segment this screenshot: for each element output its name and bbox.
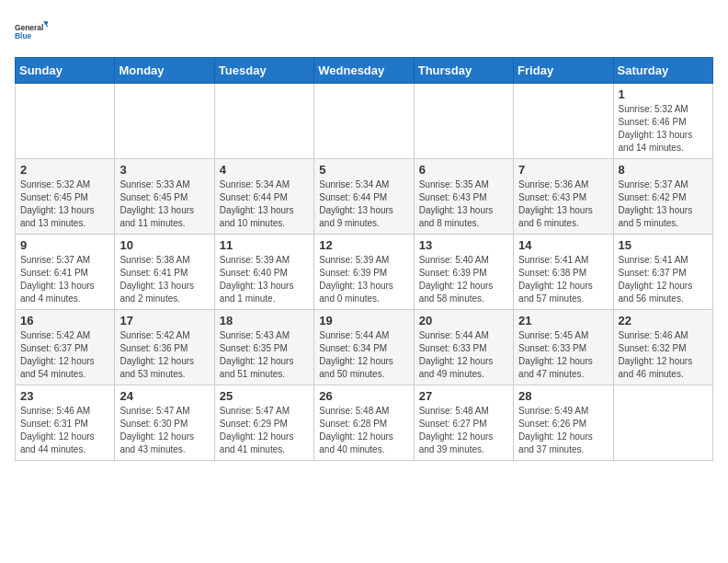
calendar-cell (414, 84, 513, 159)
day-number: 25 (220, 389, 309, 403)
weekday-header-monday: Monday (115, 58, 214, 84)
weekday-header-wednesday: Wednesday (314, 58, 414, 84)
week-row-2: 2Sunrise: 5:32 AM Sunset: 6:45 PM Daylig… (16, 159, 713, 235)
calendar-cell: 10Sunrise: 5:38 AM Sunset: 6:41 PM Dayli… (115, 235, 214, 310)
day-number: 3 (119, 163, 209, 177)
day-info: Sunrise: 5:47 AM Sunset: 6:29 PM Dayligh… (220, 405, 309, 456)
day-info: Sunrise: 5:43 AM Sunset: 6:35 PM Dayligh… (220, 329, 309, 381)
day-info: Sunrise: 5:46 AM Sunset: 6:32 PM Dayligh… (619, 329, 708, 381)
day-number: 8 (619, 163, 708, 177)
day-info: Sunrise: 5:41 AM Sunset: 6:38 PM Dayligh… (518, 254, 608, 305)
calendar-cell: 22Sunrise: 5:46 AM Sunset: 6:32 PM Dayli… (613, 310, 712, 385)
day-number: 7 (518, 163, 608, 177)
calendar-cell: 14Sunrise: 5:41 AM Sunset: 6:38 PM Dayli… (514, 235, 613, 310)
day-number: 9 (20, 238, 109, 252)
calendar-cell: 13Sunrise: 5:40 AM Sunset: 6:39 PM Dayli… (414, 235, 513, 310)
calendar-cell: 11Sunrise: 5:39 AM Sunset: 6:40 PM Dayli… (214, 235, 313, 310)
day-info: Sunrise: 5:40 AM Sunset: 6:39 PM Dayligh… (419, 254, 508, 305)
day-number: 16 (20, 314, 109, 327)
day-number: 18 (220, 314, 309, 327)
day-number: 28 (518, 389, 608, 403)
day-info: Sunrise: 5:34 AM Sunset: 6:44 PM Dayligh… (220, 178, 309, 230)
calendar-cell (314, 84, 414, 159)
day-info: Sunrise: 5:38 AM Sunset: 6:41 PM Dayligh… (119, 254, 209, 305)
calendar-cell: 9Sunrise: 5:37 AM Sunset: 6:41 PM Daylig… (16, 235, 115, 310)
day-number: 13 (419, 238, 508, 252)
header: General Blue (15, 15, 713, 48)
day-info: Sunrise: 5:44 AM Sunset: 6:33 PM Dayligh… (419, 329, 508, 381)
day-info: Sunrise: 5:49 AM Sunset: 6:26 PM Dayligh… (518, 405, 608, 456)
day-number: 21 (518, 314, 608, 327)
day-number: 11 (220, 238, 309, 252)
calendar-cell: 5Sunrise: 5:34 AM Sunset: 6:44 PM Daylig… (314, 159, 414, 235)
day-info: Sunrise: 5:48 AM Sunset: 6:27 PM Dayligh… (419, 405, 508, 456)
calendar-cell: 23Sunrise: 5:46 AM Sunset: 6:31 PM Dayli… (16, 385, 115, 461)
calendar-cell (613, 385, 712, 461)
day-info: Sunrise: 5:39 AM Sunset: 6:39 PM Dayligh… (319, 254, 408, 305)
day-info: Sunrise: 5:46 AM Sunset: 6:31 PM Dayligh… (20, 405, 109, 456)
day-number: 12 (319, 238, 408, 252)
day-info: Sunrise: 5:48 AM Sunset: 6:28 PM Dayligh… (319, 405, 408, 456)
calendar-cell: 18Sunrise: 5:43 AM Sunset: 6:35 PM Dayli… (214, 310, 313, 385)
calendar-cell: 1Sunrise: 5:32 AM Sunset: 6:46 PM Daylig… (613, 84, 712, 159)
day-number: 20 (419, 314, 508, 327)
calendar-cell: 2Sunrise: 5:32 AM Sunset: 6:45 PM Daylig… (16, 159, 115, 235)
day-info: Sunrise: 5:37 AM Sunset: 6:41 PM Dayligh… (20, 254, 109, 305)
week-row-3: 9Sunrise: 5:37 AM Sunset: 6:41 PM Daylig… (16, 235, 713, 310)
day-number: 15 (619, 238, 708, 252)
day-info: Sunrise: 5:32 AM Sunset: 6:45 PM Dayligh… (20, 178, 109, 230)
calendar-cell (16, 84, 115, 159)
day-info: Sunrise: 5:47 AM Sunset: 6:30 PM Dayligh… (119, 405, 209, 456)
day-info: Sunrise: 5:45 AM Sunset: 6:33 PM Dayligh… (518, 329, 608, 381)
day-number: 27 (419, 389, 508, 403)
calendar-cell: 19Sunrise: 5:44 AM Sunset: 6:34 PM Dayli… (314, 310, 414, 385)
calendar-cell: 15Sunrise: 5:41 AM Sunset: 6:37 PM Dayli… (613, 235, 712, 310)
calendar-cell: 16Sunrise: 5:42 AM Sunset: 6:37 PM Dayli… (16, 310, 115, 385)
day-number: 23 (20, 389, 109, 403)
day-info: Sunrise: 5:44 AM Sunset: 6:34 PM Dayligh… (319, 329, 408, 381)
day-number: 5 (319, 163, 408, 177)
calendar-cell: 26Sunrise: 5:48 AM Sunset: 6:28 PM Dayli… (314, 385, 414, 461)
logo-svg: General Blue (15, 15, 48, 48)
day-info: Sunrise: 5:42 AM Sunset: 6:36 PM Dayligh… (119, 329, 209, 381)
weekday-header-saturday: Saturday (613, 58, 712, 84)
calendar-cell: 3Sunrise: 5:33 AM Sunset: 6:45 PM Daylig… (115, 159, 214, 235)
day-number: 17 (119, 314, 209, 327)
day-number: 14 (518, 238, 608, 252)
day-number: 10 (119, 238, 209, 252)
svg-text:Blue: Blue (15, 31, 32, 40)
calendar-cell: 12Sunrise: 5:39 AM Sunset: 6:39 PM Dayli… (314, 235, 414, 310)
calendar-cell: 21Sunrise: 5:45 AM Sunset: 6:33 PM Dayli… (514, 310, 613, 385)
day-info: Sunrise: 5:35 AM Sunset: 6:43 PM Dayligh… (419, 178, 508, 230)
calendar-cell (514, 84, 613, 159)
calendar-cell: 17Sunrise: 5:42 AM Sunset: 6:36 PM Dayli… (115, 310, 214, 385)
calendar-cell: 7Sunrise: 5:36 AM Sunset: 6:43 PM Daylig… (514, 159, 613, 235)
day-number: 22 (619, 314, 708, 327)
calendar-cell: 4Sunrise: 5:34 AM Sunset: 6:44 PM Daylig… (214, 159, 313, 235)
week-row-5: 23Sunrise: 5:46 AM Sunset: 6:31 PM Dayli… (16, 385, 713, 461)
logo: General Blue (15, 15, 48, 48)
weekday-header-row: SundayMondayTuesdayWednesdayThursdayFrid… (16, 58, 713, 84)
day-info: Sunrise: 5:36 AM Sunset: 6:43 PM Dayligh… (518, 178, 608, 230)
calendar-cell: 25Sunrise: 5:47 AM Sunset: 6:29 PM Dayli… (214, 385, 313, 461)
day-number: 1 (619, 87, 708, 101)
calendar-cell: 20Sunrise: 5:44 AM Sunset: 6:33 PM Dayli… (414, 310, 513, 385)
day-info: Sunrise: 5:33 AM Sunset: 6:45 PM Dayligh… (119, 178, 209, 230)
day-info: Sunrise: 5:39 AM Sunset: 6:40 PM Dayligh… (220, 254, 309, 305)
day-info: Sunrise: 5:32 AM Sunset: 6:46 PM Dayligh… (619, 103, 708, 155)
day-number: 19 (319, 314, 408, 327)
day-info: Sunrise: 5:37 AM Sunset: 6:42 PM Dayligh… (619, 178, 708, 230)
day-info: Sunrise: 5:34 AM Sunset: 6:44 PM Dayligh… (319, 178, 408, 230)
weekday-header-tuesday: Tuesday (214, 58, 313, 84)
day-number: 24 (119, 389, 209, 403)
day-info: Sunrise: 5:41 AM Sunset: 6:37 PM Dayligh… (619, 254, 708, 305)
weekday-header-thursday: Thursday (414, 58, 513, 84)
day-number: 2 (20, 163, 109, 177)
calendar-cell (214, 84, 313, 159)
calendar-cell: 24Sunrise: 5:47 AM Sunset: 6:30 PM Dayli… (115, 385, 214, 461)
week-row-4: 16Sunrise: 5:42 AM Sunset: 6:37 PM Dayli… (16, 310, 713, 385)
calendar-table: SundayMondayTuesdayWednesdayThursdayFrid… (15, 57, 713, 461)
day-info: Sunrise: 5:42 AM Sunset: 6:37 PM Dayligh… (20, 329, 109, 381)
calendar-cell: 6Sunrise: 5:35 AM Sunset: 6:43 PM Daylig… (414, 159, 513, 235)
weekday-header-sunday: Sunday (16, 58, 115, 84)
